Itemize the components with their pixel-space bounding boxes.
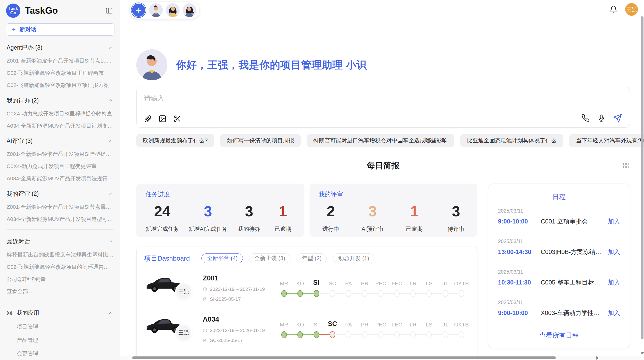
sidebar-lists: Agent已办 (3) Z001-全新燃油皮卡产品开发项目SI节点Lesson … (0, 44, 120, 360)
stat-value: 24 (154, 204, 171, 219)
join-link[interactable]: 加入 (608, 248, 620, 256)
milestone-chain: MR KO SI SC PA PR PEC FEC LR LS (276, 318, 470, 340)
stat-cards: 任务进度 24 新增完成任务 3 新增AI完成任务 (136, 184, 477, 237)
chevron-up-icon[interactable] (108, 138, 113, 144)
list-item[interactable]: A034-全新新能源MUV产品开发项目法规符合性评审 (7, 175, 113, 182)
app-link-product-mgmt[interactable]: 产品管理 (17, 337, 113, 344)
card-title: 任务进度 (145, 190, 295, 198)
new-session-button[interactable]: ＋ (132, 4, 145, 17)
chevron-up-icon[interactable] (108, 310, 113, 316)
view-all-chats[interactable]: 查看全部... (7, 288, 113, 294)
list-item[interactable]: Z001-全新燃油轻卡产品开发项目SI造型提交物评审 (7, 151, 113, 157)
milestone-label: LS (421, 277, 437, 287)
project-row[interactable]: 王强 Z001 2023-12-19 ~ 2027-01-19 (144, 272, 470, 304)
section-ai-review[interactable]: AI评审 (3) (7, 137, 113, 145)
stat-value: 3 (245, 204, 253, 219)
suggestion-chip[interactable]: 欧洲新规最近颁布了什么? (136, 134, 214, 147)
section-recent-chats[interactable]: 最近对话 (7, 238, 113, 246)
milestone-dot (330, 290, 335, 297)
section-agent-done[interactable]: Agent已办 (3) (7, 44, 113, 52)
join-link[interactable]: 加入 (608, 278, 620, 287)
filter-new-body[interactable]: 全新上装 (3) (249, 253, 290, 263)
scroll-right-arrow[interactable] (596, 356, 599, 360)
stat-value: 1 (410, 204, 418, 219)
vertical-scrollbar-thumb[interactable] (641, 16, 643, 339)
milestone-label: OKTB (453, 318, 469, 328)
chevron-up-icon[interactable] (108, 191, 113, 197)
chat-input-card[interactable]: 请输入... (136, 87, 630, 128)
layout-grid-icon[interactable] (622, 162, 630, 169)
view-all-schedule-link[interactable]: 查看所有日程 (498, 331, 620, 340)
milestone-dot (362, 290, 368, 297)
chat-input-placeholder[interactable]: 请输入... (144, 94, 622, 103)
list-item[interactable]: Z001-全新燃油轻卡产品开发项目SI节点属性5D文件评审 (7, 204, 113, 210)
scissors-icon[interactable] (173, 115, 181, 123)
list-item[interactable]: C0X4-动力总成开发项目SI里程碑提交物检查 (7, 110, 113, 117)
milestone-dot (443, 331, 448, 338)
image-icon[interactable] (158, 115, 167, 123)
list-item[interactable]: A034-全新新能源MUV产品开发项目计划变更表编写 (7, 123, 113, 129)
milestone-dot-done (281, 331, 287, 338)
new-chat-button[interactable]: ＋ 新对话 (6, 23, 114, 36)
suggestion-chip[interactable]: 如何写一份清晰的项目周报 (220, 134, 301, 147)
milestone-dot (426, 290, 432, 297)
daily-brief-title: 每日简报 (367, 160, 400, 171)
section-my-todo[interactable]: 我的待办 (2) (7, 97, 113, 104)
milestone-label-current: SI (308, 277, 324, 287)
sidebar-header: Task Go TaskGo (0, 4, 120, 18)
project-flag-text: SI-2025-05-17 (210, 296, 241, 302)
project-row[interactable]: 王强 A034 2023-12-19 ~ 2026-01-19 (144, 313, 470, 346)
filter-new-platform[interactable]: 全新平台 (4) (201, 253, 243, 263)
filter-model-year[interactable]: 年型 (2) (297, 253, 327, 263)
schedule-event-title: C001-立项审批会 (541, 217, 604, 226)
milestone-dot (394, 290, 400, 297)
phone-icon[interactable] (581, 114, 590, 122)
suggestion-chip[interactable]: 特朗普可能对进口汽车增税会对中国车企造成哪些影响 (307, 134, 454, 147)
list-item[interactable]: C0X4-动力总成开发项目工程变更评审 (7, 163, 113, 169)
user-avatar[interactable]: 王强 (625, 3, 638, 16)
sidebar-item-label: 我的应用 (17, 309, 39, 317)
sidebar-item-my-apps[interactable]: 我的应用 (7, 309, 113, 317)
paperclip-icon[interactable] (144, 115, 152, 123)
schedule-event-title: C005-整车工程目标评审 (541, 278, 604, 287)
avatar[interactable] (149, 3, 163, 17)
vertical-scrollbar[interactable] (640, 0, 644, 356)
list-item[interactable]: A034-全新新能源MUV产品开发项目造型可行性评审 (7, 216, 113, 222)
notification-bell-icon[interactable] (609, 5, 618, 13)
milestone-dot-done (297, 290, 303, 297)
join-link[interactable]: 加入 (608, 217, 620, 226)
list-item[interactable]: 解释最新出台的欧盟报废车法规再生塑料比例被调至15%... (7, 251, 113, 258)
chevron-up-icon[interactable] (108, 239, 113, 244)
list-item[interactable]: C02-飞腾新能源轻客改款项目立项汇报方案 (7, 82, 113, 88)
content-columns: 任务进度 24 新增完成任务 3 新增AI完成任务 (136, 184, 630, 360)
project-flag: SC-2025-05-17 (203, 338, 276, 343)
stat-label: 待评审 (448, 225, 464, 233)
send-icon[interactable] (613, 114, 622, 123)
stat-label: 我的待办 (238, 225, 260, 233)
list-item[interactable]: C02-飞腾新能源轻客改款项目里程碑画布 (7, 70, 113, 76)
list-item[interactable]: 公司Q3轻卡销量 (7, 276, 113, 282)
milestone-label: J1 (437, 318, 453, 328)
microphone-icon[interactable] (597, 114, 605, 122)
sidebar-collapse-icon[interactable] (105, 7, 113, 14)
filter-powertrain[interactable]: 动总开发 (1) (333, 253, 374, 263)
scroll-down-arrow[interactable] (640, 352, 644, 355)
schedule-event-title: X003-车辆动力学性能验... (541, 309, 604, 317)
list-item[interactable]: C02-飞腾新能源轻客改款项目的闭环通告反馈情况 (7, 264, 113, 270)
chevron-up-icon[interactable] (108, 45, 113, 51)
section-title: 我的评审 (2) (7, 190, 39, 198)
avatar[interactable] (166, 3, 180, 17)
milestone-dot (459, 331, 464, 338)
avatar[interactable] (183, 3, 196, 17)
suggestion-chip[interactable]: 比亚迪全固态电池计划具体说了什么 (460, 134, 563, 147)
horizontal-scrollbar[interactable] (120, 356, 644, 360)
section-my-review[interactable]: 我的评审 (2) (7, 190, 113, 198)
milestone-label-current: SC (324, 318, 340, 328)
horizontal-scrollbar-thumb[interactable] (132, 356, 556, 359)
join-link[interactable]: 加入 (608, 309, 620, 317)
list-item[interactable]: Z001-全新燃油皮卡产品开发项目SI节点Lesson Learn报告 (7, 57, 113, 64)
app-link-project-mgmt[interactable]: 项目管理 (17, 323, 113, 330)
app-link-change-mgmt[interactable]: 变更管理 (17, 350, 113, 357)
suggestion-chip[interactable]: 当下年轻人对汽车外观有怎样的喜好趋势 (569, 134, 644, 147)
chevron-up-icon[interactable] (108, 98, 113, 103)
